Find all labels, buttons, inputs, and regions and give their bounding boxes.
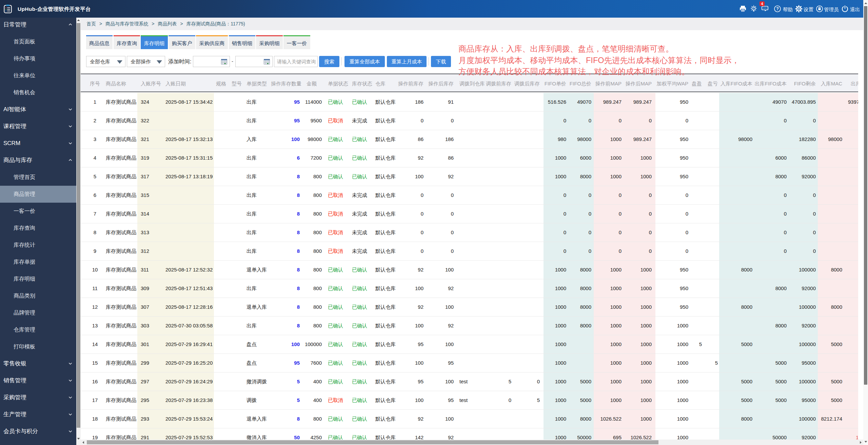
- svg-text:?: ?: [776, 6, 779, 11]
- svg-text:?: ?: [753, 6, 754, 10]
